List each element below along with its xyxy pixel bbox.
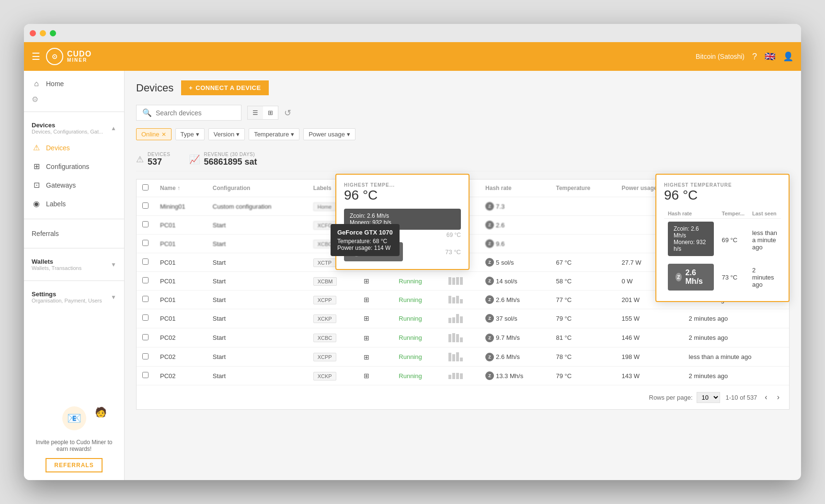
logo: ⊙ CUDO MINER <box>46 48 92 65</box>
row-config: Start <box>207 328 308 347</box>
row-hashrate: Z 2.6 <box>480 216 550 235</box>
sidebar-item-configurations[interactable]: ⊞ Configurations <box>24 157 124 176</box>
filter-temperature-dropdown[interactable]: Temperature ▾ <box>249 128 299 140</box>
sidebar-referrals-label: Referrals <box>32 230 59 237</box>
main-content: Devices + CONNECT A DEVICE 🔍 ☰ ⊞ <box>125 71 801 480</box>
maximize-button[interactable] <box>50 30 56 36</box>
row-checkbox[interactable] <box>142 314 149 321</box>
row-checkbox[interactable] <box>142 372 149 378</box>
popup1-temp2: 73 °C <box>439 248 461 256</box>
popup2-coin2-icon: Z <box>676 273 682 281</box>
settings-gear-btn[interactable]: ⚙ <box>32 95 38 104</box>
user-icon[interactable]: 👤 <box>783 51 793 62</box>
popup2-coin2: Z 2.6 Mh/s <box>668 264 714 291</box>
row-bars <box>443 367 480 385</box>
popup2-zcoin: Zcoin: 2.6 Mh/s <box>674 225 708 239</box>
referral-button[interactable]: REFERRALS <box>46 458 102 472</box>
row-temp: 77 °C <box>550 291 616 309</box>
settings-collapse[interactable]: ▼ <box>111 294 116 301</box>
row-checkbox[interactable] <box>142 240 149 246</box>
select-all-checkbox[interactable] <box>142 184 149 190</box>
row-checkbox[interactable] <box>142 296 149 302</box>
row-bars <box>443 328 480 347</box>
row-checkbox[interactable] <box>142 258 149 265</box>
rows-per-page-select[interactable]: 10 25 50 <box>697 392 720 403</box>
plus-icon: + <box>189 84 193 91</box>
app-window: ☰ ⊙ CUDO MINER Bitcoin (Satoshi) ? 🇬🇧 👤 <box>24 24 801 480</box>
row-temp: 79 °C <box>550 309 616 328</box>
minimize-button[interactable] <box>40 30 46 36</box>
row-type: ⊞ <box>358 328 393 347</box>
popup2-temp2: 73 °C <box>718 261 748 293</box>
table-row: PC02 Start XCBC ⊞ Running Z 9.7 Mh/s 81 … <box>137 328 789 347</box>
list-view-button[interactable]: ☰ <box>248 106 263 119</box>
filter-online-tag[interactable]: Online ✕ <box>136 128 172 140</box>
sidebar-devices-collapse[interactable]: ▲ <box>111 125 116 132</box>
sidebar-devices-header: Devices Devices, Configurations, Gat... … <box>24 118 124 138</box>
popup2-temp1: 69 °C <box>718 219 748 261</box>
page-header: Devices + CONNECT A DEVICE <box>136 80 790 95</box>
grid-view-button[interactable]: ⊞ <box>263 106 278 119</box>
sidebar-wallets-sub: Wallets, Transactions <box>32 265 81 271</box>
search-icon: 🔍 <box>142 108 152 117</box>
row-checkbox[interactable] <box>142 334 149 340</box>
row-status: Running <box>393 272 443 291</box>
menu-toggle[interactable]: ☰ <box>32 51 40 62</box>
pagination: Rows per page: 10 25 50 1-10 of 537 ‹ › <box>137 385 789 409</box>
gateway-icon: ⊡ <box>32 180 41 190</box>
row-status: Running <box>393 347 443 367</box>
wallets-collapse[interactable]: ▼ <box>111 261 116 268</box>
sidebar-home-section: ⌂ Home ⚙ <box>24 71 124 110</box>
sidebar-item-gateways[interactable]: ⊡ Gateways <box>24 176 124 194</box>
row-name: PC02 <box>154 347 207 367</box>
stats-bar: ⚠ DEVICES 537 📈 REVENUE (30 DAYS) 568618… <box>136 148 790 171</box>
remove-online-filter[interactable]: ✕ <box>161 131 166 138</box>
sidebar-item-labels[interactable]: ◉ Labels <box>24 194 124 213</box>
row-name: PC01 <box>154 291 207 309</box>
next-page-button[interactable]: › <box>775 391 781 403</box>
row-temp <box>550 235 616 253</box>
row-status: Running <box>393 291 443 309</box>
row-hashrate: Z 13.3 Mh/s <box>480 367 550 385</box>
sidebar-item-devices[interactable]: ⚠ Devices <box>24 138 124 157</box>
filter-version-dropdown[interactable]: Version ▾ <box>208 128 245 140</box>
col-hashrate: Hash rate <box>480 179 550 197</box>
filter-power-dropdown[interactable]: Power usage ▾ <box>303 128 355 140</box>
power-filter-label: Power usage <box>309 131 345 138</box>
filter-type-dropdown[interactable]: Type ▾ <box>175 128 205 140</box>
row-temp: 81 °C <box>550 328 616 347</box>
help-icon[interactable]: ? <box>752 52 757 62</box>
row-config: Start <box>207 272 308 291</box>
type-filter-label: Type <box>181 131 194 138</box>
row-lastseen: less than a minute ago <box>683 347 789 367</box>
tooltip-power: Power usage: 114 W <box>337 245 393 251</box>
row-label: XCPP <box>308 347 358 367</box>
table-row: PC02 Start XCKP ⊞ Running Z 13.3 Mh/s 79… <box>137 367 789 385</box>
sidebar-item-referrals[interactable]: Referrals <box>24 225 124 242</box>
row-name: Mining01 <box>154 197 207 216</box>
row-config: Start <box>207 235 308 253</box>
row-checkbox[interactable] <box>142 353 149 359</box>
flag-icon[interactable]: 🇬🇧 <box>765 51 775 62</box>
row-config: Start <box>207 367 308 385</box>
prev-page-button[interactable]: ‹ <box>763 391 769 403</box>
row-hashrate: Z 7.3 <box>480 197 550 216</box>
power-chevron-icon: ▾ <box>347 131 350 138</box>
row-lastseen: 2 minutes ago <box>683 309 789 328</box>
sidebar-referral-promo: 📧 🧑 Invite people to Cudo Miner to earn … <box>24 399 124 480</box>
revenue-stat: 📈 REVENUE (30 DAYS) 56861895 sat <box>189 152 257 167</box>
close-button[interactable] <box>30 30 36 36</box>
refresh-button[interactable]: ↺ <box>284 108 291 118</box>
row-status: Running <box>393 367 443 385</box>
row-name: PC01 <box>154 253 207 272</box>
sidebar-item-home[interactable]: ⌂ Home <box>24 75 124 93</box>
referral-promo-text: Invite people to Cudo Miner to earn rewa… <box>32 439 116 452</box>
row-checkbox[interactable] <box>142 221 149 227</box>
divider-3 <box>24 248 124 248</box>
search-input[interactable] <box>156 109 235 117</box>
row-checkbox[interactable] <box>142 277 149 283</box>
row-checkbox[interactable] <box>142 202 149 209</box>
popup2-lastseen2: 2 minutes ago <box>748 261 781 293</box>
connect-device-button[interactable]: + CONNECT A DEVICE <box>181 80 268 95</box>
row-name: PC01 <box>154 216 207 235</box>
